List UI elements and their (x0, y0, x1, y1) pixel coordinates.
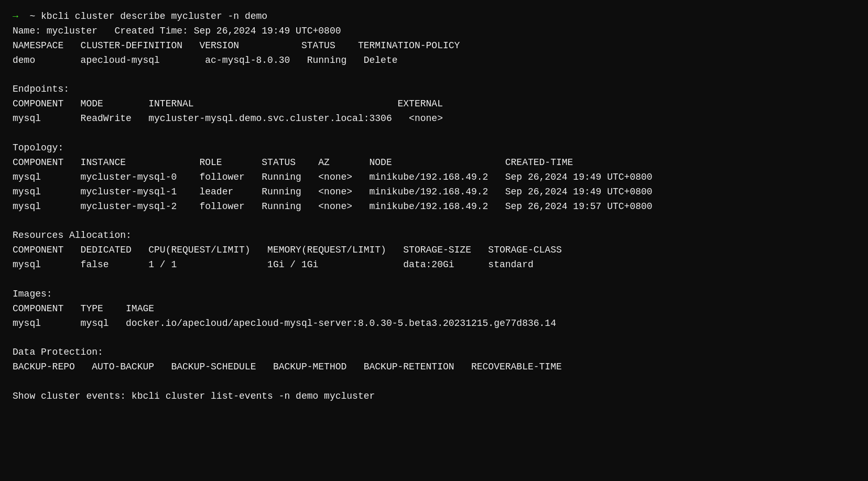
name-line: Name: mycluster Created Time: Sep 26,202… (13, 26, 341, 36)
prompt-line: → ~ kbcli cluster describe mycluster -n … (13, 11, 267, 21)
overview-row: demo apecloud-mysql ac-mysql-8.0.30 Runn… (13, 55, 398, 65)
resources-label: Resources Allocation: (13, 230, 132, 240)
footer-line: Show cluster events: kbcli cluster list-… (13, 391, 375, 401)
topology-row-2: mysql mycluster-mysql-2 follower Running… (13, 201, 653, 212)
images-row: mysql mysql docker.io/apecloud/apecloud-… (13, 318, 556, 329)
topology-row-0: mysql mycluster-mysql-0 follower Running… (13, 172, 653, 182)
topology-label: Topology: (13, 143, 63, 153)
endpoints-row: mysql ReadWrite mycluster-mysql.demo.svc… (13, 113, 443, 124)
topology-row-1: mysql mycluster-mysql-1 leader Running <… (13, 187, 653, 197)
data-protection-headers: BACKUP-REPO AUTO-BACKUP BACKUP-SCHEDULE … (13, 362, 562, 372)
data-protection-label: Data Protection: (13, 347, 103, 357)
endpoints-headers: COMPONENT MODE INTERNAL EXTERNAL (13, 99, 443, 109)
terminal-output: → ~ kbcli cluster describe mycluster -n … (13, 9, 855, 404)
images-headers: COMPONENT TYPE IMAGE (13, 303, 154, 314)
images-label: Images: (13, 289, 52, 299)
resources-headers: COMPONENT DEDICATED CPU(REQUEST/LIMIT) M… (13, 245, 562, 255)
resources-row: mysql false 1 / 1 1Gi / 1Gi data:20Gi st… (13, 259, 534, 270)
overview-headers: NAMESPACE CLUSTER-DEFINITION VERSION STA… (13, 40, 460, 51)
prompt-arrow: → (13, 11, 18, 21)
endpoints-label: Endpoints: (13, 84, 69, 94)
topology-headers: COMPONENT INSTANCE ROLE STATUS AZ NODE C… (13, 157, 573, 168)
